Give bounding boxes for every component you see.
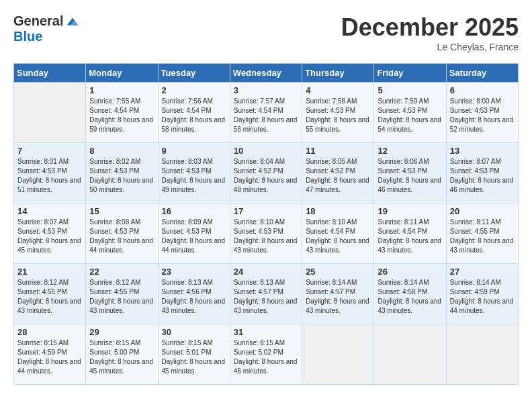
cell-info: Sunrise: 8:15 AMSunset: 4:59 PMDaylight:… (17, 338, 82, 376)
cell-info: Sunrise: 8:01 AMSunset: 4:53 PMDaylight:… (17, 157, 82, 195)
calendar-header-row: SundayMondayTuesdayWednesdayThursdayFrid… (14, 64, 519, 83)
title-area: December 2025 Le Cheylas, France (341, 13, 519, 52)
calendar-week-row: 1Sunrise: 7:55 AMSunset: 4:54 PMDaylight… (14, 83, 519, 143)
cell-info: Sunrise: 8:14 AMSunset: 4:58 PMDaylight:… (378, 278, 442, 316)
calendar-cell: 14Sunrise: 8:07 AMSunset: 4:53 PMDayligh… (14, 203, 86, 264)
day-number: 2 (162, 85, 226, 95)
day-number: 4 (306, 85, 370, 95)
day-number: 17 (234, 206, 298, 216)
cell-info: Sunrise: 8:03 AMSunset: 4:53 PMDaylight:… (162, 157, 226, 195)
calendar-week-row: 7Sunrise: 8:01 AMSunset: 4:53 PMDaylight… (14, 143, 519, 203)
cell-info: Sunrise: 8:07 AMSunset: 4:53 PMDaylight:… (450, 157, 515, 195)
calendar-cell: 11Sunrise: 8:05 AMSunset: 4:52 PMDayligh… (302, 143, 374, 203)
calendar-cell: 6Sunrise: 8:00 AMSunset: 4:53 PMDaylight… (446, 83, 518, 143)
cell-info: Sunrise: 8:11 AMSunset: 4:54 PMDaylight:… (378, 218, 442, 255)
weekday-header: Monday (86, 64, 158, 83)
cell-info: Sunrise: 8:14 AMSunset: 4:59 PMDaylight:… (450, 278, 515, 316)
day-number: 23 (162, 267, 226, 277)
cell-info: Sunrise: 8:15 AMSunset: 5:01 PMDaylight:… (162, 338, 226, 376)
calendar-cell: 30Sunrise: 8:15 AMSunset: 5:01 PMDayligh… (158, 324, 230, 385)
logo-blue: Blue (13, 29, 42, 44)
day-number: 19 (378, 206, 442, 216)
cell-info: Sunrise: 8:08 AMSunset: 4:53 PMDaylight:… (89, 218, 154, 255)
cell-info: Sunrise: 8:13 AMSunset: 4:57 PMDaylight:… (234, 278, 298, 316)
day-number: 10 (234, 146, 298, 156)
weekday-header: Sunday (14, 64, 86, 83)
day-number: 25 (306, 267, 370, 277)
calendar-cell: 10Sunrise: 8:04 AMSunset: 4:52 PMDayligh… (230, 143, 302, 203)
logo-general: General (13, 13, 63, 29)
calendar-cell: 17Sunrise: 8:10 AMSunset: 4:53 PMDayligh… (230, 203, 302, 264)
cell-info: Sunrise: 8:14 AMSunset: 4:57 PMDaylight:… (306, 278, 370, 316)
calendar-cell: 1Sunrise: 7:55 AMSunset: 4:54 PMDaylight… (86, 83, 158, 143)
day-number: 8 (89, 146, 154, 156)
calendar-cell: 21Sunrise: 8:12 AMSunset: 4:55 PMDayligh… (14, 264, 86, 324)
day-number: 21 (17, 267, 82, 277)
page-header: General Blue December 2025 Le Cheylas, F… (13, 13, 519, 52)
cell-info: Sunrise: 8:06 AMSunset: 4:53 PMDaylight:… (378, 157, 442, 195)
calendar-cell: 3Sunrise: 7:57 AMSunset: 4:54 PMDaylight… (230, 83, 302, 143)
cell-info: Sunrise: 8:05 AMSunset: 4:52 PMDaylight:… (306, 157, 370, 195)
calendar-cell: 2Sunrise: 7:56 AMSunset: 4:54 PMDaylight… (158, 83, 230, 143)
calendar-cell: 4Sunrise: 7:58 AMSunset: 4:53 PMDaylight… (302, 83, 374, 143)
cell-info: Sunrise: 8:15 AMSunset: 5:02 PMDaylight:… (234, 338, 298, 376)
day-number: 28 (17, 327, 82, 337)
weekday-header: Tuesday (158, 64, 230, 83)
calendar-cell: 23Sunrise: 8:13 AMSunset: 4:56 PMDayligh… (158, 264, 230, 324)
day-number: 7 (17, 146, 82, 156)
cell-info: Sunrise: 8:04 AMSunset: 4:52 PMDaylight:… (234, 157, 298, 195)
cell-info: Sunrise: 8:13 AMSunset: 4:56 PMDaylight:… (162, 278, 226, 316)
cell-info: Sunrise: 8:11 AMSunset: 4:55 PMDaylight:… (450, 218, 515, 255)
day-number: 30 (162, 327, 226, 337)
calendar-cell: 16Sunrise: 8:09 AMSunset: 4:53 PMDayligh… (158, 203, 230, 264)
day-number: 1 (89, 85, 154, 95)
cell-info: Sunrise: 8:09 AMSunset: 4:53 PMDaylight:… (162, 218, 226, 255)
calendar-cell (14, 83, 86, 143)
cell-info: Sunrise: 7:58 AMSunset: 4:53 PMDaylight:… (306, 97, 370, 134)
day-number: 12 (378, 146, 442, 156)
calendar-cell: 29Sunrise: 8:15 AMSunset: 5:00 PMDayligh… (86, 324, 158, 385)
day-number: 18 (306, 206, 370, 216)
cell-info: Sunrise: 8:02 AMSunset: 4:53 PMDaylight:… (89, 157, 154, 195)
calendar-cell: 20Sunrise: 8:11 AMSunset: 4:55 PMDayligh… (446, 203, 518, 264)
day-number: 5 (378, 85, 442, 95)
day-number: 16 (162, 206, 226, 216)
calendar-cell: 8Sunrise: 8:02 AMSunset: 4:53 PMDaylight… (86, 143, 158, 203)
calendar-week-row: 21Sunrise: 8:12 AMSunset: 4:55 PMDayligh… (14, 264, 519, 324)
day-number: 9 (162, 146, 226, 156)
day-number: 31 (234, 327, 298, 337)
cell-info: Sunrise: 7:59 AMSunset: 4:53 PMDaylight:… (378, 97, 442, 134)
calendar-cell (446, 324, 518, 385)
month-title: December 2025 (341, 13, 519, 42)
calendar-cell: 12Sunrise: 8:06 AMSunset: 4:53 PMDayligh… (374, 143, 446, 203)
calendar-cell: 7Sunrise: 8:01 AMSunset: 4:53 PMDaylight… (14, 143, 86, 203)
logo: General Blue (13, 13, 79, 44)
day-number: 22 (89, 267, 154, 277)
calendar-cell: 19Sunrise: 8:11 AMSunset: 4:54 PMDayligh… (374, 203, 446, 264)
calendar-week-row: 14Sunrise: 8:07 AMSunset: 4:53 PMDayligh… (14, 203, 519, 264)
day-number: 6 (450, 85, 515, 95)
day-number: 24 (234, 267, 298, 277)
weekday-header: Thursday (302, 64, 374, 83)
logo-icon (66, 16, 79, 27)
cell-info: Sunrise: 7:57 AMSunset: 4:54 PMDaylight:… (234, 97, 298, 134)
calendar-cell: 27Sunrise: 8:14 AMSunset: 4:59 PMDayligh… (446, 264, 518, 324)
day-number: 13 (450, 146, 515, 156)
cell-info: Sunrise: 8:10 AMSunset: 4:54 PMDaylight:… (306, 218, 370, 255)
calendar-cell: 5Sunrise: 7:59 AMSunset: 4:53 PMDaylight… (374, 83, 446, 143)
calendar-table: SundayMondayTuesdayWednesdayThursdayFrid… (13, 63, 519, 385)
day-number: 20 (450, 206, 515, 216)
day-number: 26 (378, 267, 442, 277)
calendar-cell: 9Sunrise: 8:03 AMSunset: 4:53 PMDaylight… (158, 143, 230, 203)
calendar-cell: 31Sunrise: 8:15 AMSunset: 5:02 PMDayligh… (230, 324, 302, 385)
calendar-cell: 24Sunrise: 8:13 AMSunset: 4:57 PMDayligh… (230, 264, 302, 324)
cell-info: Sunrise: 7:56 AMSunset: 4:54 PMDaylight:… (162, 97, 226, 134)
cell-info: Sunrise: 8:15 AMSunset: 5:00 PMDaylight:… (89, 338, 154, 376)
cell-info: Sunrise: 8:00 AMSunset: 4:53 PMDaylight:… (450, 97, 515, 134)
day-number: 29 (89, 327, 154, 337)
calendar-cell: 25Sunrise: 8:14 AMSunset: 4:57 PMDayligh… (302, 264, 374, 324)
calendar-cell: 22Sunrise: 8:12 AMSunset: 4:55 PMDayligh… (86, 264, 158, 324)
cell-info: Sunrise: 7:55 AMSunset: 4:54 PMDaylight:… (89, 97, 154, 134)
day-number: 14 (17, 206, 82, 216)
cell-info: Sunrise: 8:12 AMSunset: 4:55 PMDaylight:… (89, 278, 154, 316)
